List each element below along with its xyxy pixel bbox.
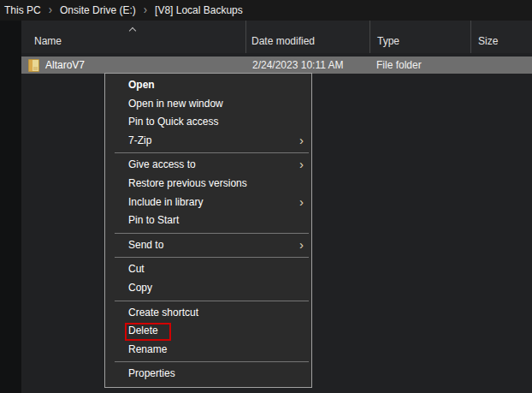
column-header-label: Date modified xyxy=(251,35,315,47)
column-header-label: Type xyxy=(377,35,399,47)
menu-item-restore-previous-versions[interactable]: Restore previous versions xyxy=(105,175,311,194)
menu-item-label: Properties xyxy=(128,367,175,379)
file-name: AltaroV7 xyxy=(45,59,85,71)
menu-item-label: Give access to xyxy=(128,158,196,170)
menu-separator xyxy=(115,152,309,153)
table-row-altarov7[interactable]: AltaroV7 2/24/2023 10:11 AM File folder xyxy=(21,57,532,74)
breadcrumb: This PC › Onsite Drive (E:) › [V8] Local… xyxy=(0,0,532,21)
submenu-arrow-icon: › xyxy=(299,132,304,151)
submenu-arrow-icon: › xyxy=(299,194,304,212)
menu-item-label: Create shortcut xyxy=(128,307,198,319)
left-gutter xyxy=(0,21,21,393)
explorer-window: { "colors": { "breadcrumb_bar_bg": "#191… xyxy=(0,0,532,393)
file-rows: AltaroV7 2/24/2023 10:11 AM File folder xyxy=(21,57,532,74)
menu-item-label: Include in library xyxy=(128,196,203,208)
breadcrumb-item-this-pc[interactable]: This PC xyxy=(4,0,41,21)
folder-icon xyxy=(28,59,39,72)
menu-item-cut[interactable]: Cut xyxy=(105,260,311,279)
column-header-date-modified[interactable]: Date modified xyxy=(245,21,369,53)
menu-item-open[interactable]: Open xyxy=(105,76,311,95)
menu-item-open-in-new-window[interactable]: Open in new window xyxy=(105,95,311,114)
column-header-size[interactable]: Size xyxy=(470,21,532,53)
menu-item-give-access-to[interactable]: Give access to › xyxy=(105,156,311,175)
column-header-label: Size xyxy=(478,35,498,47)
menu-separator xyxy=(115,361,309,362)
menu-item-pin-to-quick-access[interactable]: Pin to Quick access xyxy=(105,113,311,132)
menu-item-properties[interactable]: Properties xyxy=(105,365,311,384)
menu-item-label: Cut xyxy=(128,263,145,275)
breadcrumb-chevron-icon[interactable]: › xyxy=(49,0,52,21)
submenu-arrow-icon: › xyxy=(299,156,304,175)
file-name-cell: AltaroV7 xyxy=(21,59,245,72)
menu-separator xyxy=(115,233,309,234)
menu-item-7-zip[interactable]: 7-Zip › xyxy=(105,132,311,151)
column-header-name[interactable]: Name xyxy=(21,21,245,53)
menu-item-pin-to-start[interactable]: Pin to Start xyxy=(105,211,311,230)
menu-item-label: 7-Zip xyxy=(128,134,151,146)
sort-ascending-icon xyxy=(130,27,136,33)
breadcrumb-item-drive[interactable]: Onsite Drive (E:) xyxy=(60,0,136,21)
breadcrumb-item-folder[interactable]: [V8] Local Backups xyxy=(155,0,243,21)
menu-separator xyxy=(115,257,309,258)
menu-item-include-in-library[interactable]: Include in library › xyxy=(105,194,311,212)
menu-item-delete[interactable]: Delete xyxy=(105,322,311,341)
menu-item-label: Restore previous versions xyxy=(128,177,247,189)
menu-item-create-shortcut[interactable]: Create shortcut xyxy=(105,304,311,323)
file-type-cell: File folder xyxy=(369,59,470,71)
menu-separator xyxy=(115,301,309,301)
menu-item-rename[interactable]: Rename xyxy=(105,341,311,360)
menu-item-label: Delete xyxy=(128,325,158,336)
file-date-cell: 2/24/2023 10:11 AM xyxy=(245,59,369,71)
context-menu: Open Open in new window Pin to Quick acc… xyxy=(104,73,312,388)
column-header-type[interactable]: Type xyxy=(369,21,470,53)
breadcrumb-chevron-icon[interactable]: › xyxy=(144,0,147,21)
menu-item-send-to[interactable]: Send to › xyxy=(105,236,311,255)
menu-item-copy[interactable]: Copy xyxy=(105,279,311,298)
menu-item-label: Copy xyxy=(128,282,152,294)
menu-item-label: Open in new window xyxy=(128,98,223,110)
menu-item-label: Send to xyxy=(128,239,163,251)
column-headers: Name Date modified Type Size xyxy=(21,21,532,53)
submenu-arrow-icon: › xyxy=(299,236,304,255)
menu-item-label: Open xyxy=(128,79,155,91)
menu-item-label: Rename xyxy=(128,343,167,355)
menu-item-label: Pin to Quick access xyxy=(128,116,218,128)
menu-item-label: Pin to Start xyxy=(128,214,179,226)
column-header-label: Name xyxy=(34,35,62,47)
